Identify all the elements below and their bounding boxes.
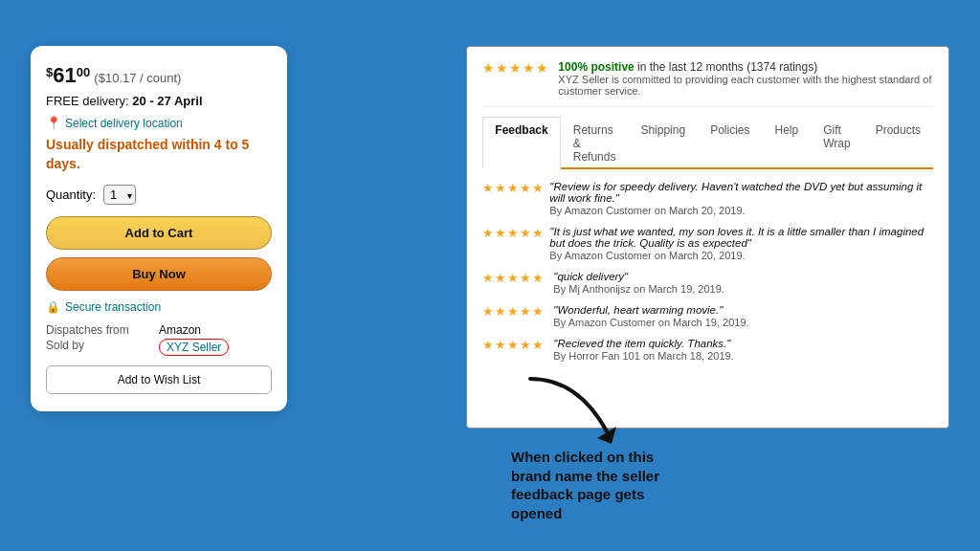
add-to-wishlist-button[interactable]: Add to Wish List [46,365,272,394]
review-text: "quick delivery" [553,271,724,282]
review-content: "It is just what we wanted, my son loves… [549,226,933,261]
review-item: ★★★★★ "quick delivery" By Mj Anthonijsz … [482,271,933,295]
secure-row: 🔒 Secure transaction [46,300,272,314]
review-content: "Recieved the item quickly. Thanks." By … [553,338,733,362]
location-icon: 📍 [46,116,61,130]
review-text: "Recieved the item quickly. Thanks." [553,338,733,349]
review-stars: ★★★★★ [482,304,544,319]
sold-by-label: Sold by [46,339,159,356]
main-container: $6100 ($10.17 / count) FREE delivery: 20… [31,46,949,505]
review-item: ★★★★★ "Recieved the item quickly. Thanks… [482,338,933,362]
review-stars: ★★★★★ [482,338,544,352]
add-to-cart-button[interactable]: Add to Cart [46,216,272,250]
seller-tagline: XYZ Seller is committed to providing eac… [558,74,933,97]
review-text: "It is just what we wanted, my son loves… [549,226,933,249]
review-content: "Review is for speedy delivery. Haven't … [549,181,933,216]
tab-shipping[interactable]: Shipping [628,117,698,169]
review-stars: ★★★★★ [482,181,540,195]
delivery-location-link[interactable]: 📍 Select delivery location [46,116,272,130]
review-item: ★★★★★ "Review is for speedy delivery. Ha… [482,181,933,216]
price-per-count: ($10.17 / count) [94,71,181,85]
quantity-row: Quantity: 1 2 3 [46,185,272,205]
review-text: "Review is for speedy delivery. Haven't … [549,181,933,204]
review-item: ★★★★★ "Wonderful, heart warming movie." … [482,304,933,328]
review-author: By Mj Anthonijsz on March 19, 2019. [553,283,724,295]
positive-label: 100% positive [558,60,634,74]
tab-feedback[interactable]: Feedback [482,117,560,169]
tab-policies[interactable]: Policies [698,117,762,169]
seller-positive-text: 100% positive in the last 12 months (137… [558,60,933,74]
dispatches-from-val: Amazon [159,323,272,337]
quantity-label: Quantity: [46,187,96,202]
quantity-select[interactable]: 1 2 3 [103,185,136,205]
review-author: By Amazon Customer on March 20, 2019. [549,250,933,261]
seller-header-text-block: 100% positive in the last 12 months (137… [558,60,933,97]
review-author: By Horror Fan 101 on March 18, 2019. [553,350,733,362]
positive-suffix: in the last 12 months (1374 ratings) [635,60,817,74]
location-label: Select delivery location [65,117,183,130]
product-card: $6100 ($10.17 / count) FREE delivery: 20… [31,46,287,411]
review-stars: ★★★★★ [482,271,544,285]
tabs-row: Feedback Returns & Refunds Shipping Poli… [482,117,933,169]
lock-icon: 🔒 [46,300,60,314]
sold-by-link[interactable]: XYZ Seller [159,339,229,356]
review-content: "Wonderful, heart warming movie." By Ama… [553,304,748,328]
annotation-arrow-icon [521,369,626,446]
review-content: "quick delivery" By Mj Anthonijsz on Mar… [553,271,724,295]
annotation-arrow-container: When clicked on this brand name the sell… [511,369,673,522]
annotation-label: When clicked on this brand name the sell… [511,448,673,522]
quantity-wrapper[interactable]: 1 2 3 [103,185,136,205]
tab-products[interactable]: Products [863,117,933,169]
tab-giftwrap[interactable]: Gift Wrap [811,117,862,169]
reviews-list: ★★★★★ "Review is for speedy delivery. Ha… [482,181,933,362]
secure-transaction-link[interactable]: Secure transaction [65,300,161,314]
tab-help[interactable]: Help [763,117,812,169]
seller-stars: ★ ★ ★ ★ ★ [482,60,548,76]
seller-header-left: ★ ★ ★ ★ ★ [482,60,548,76]
price-dollars: 61 [53,63,76,87]
dispatches-grid: Dispatches from Amazon Sold by XYZ Selle… [46,323,272,356]
buy-now-button[interactable]: Buy Now [46,257,272,291]
review-item: ★★★★★ "It is just what we wanted, my son… [482,226,933,261]
dispatches-from-label: Dispatches from [46,323,159,337]
review-author: By Amazon Customer on March 19, 2019. [553,317,748,328]
review-stars: ★★★★★ [482,226,540,240]
delivery-dates: 20 - 27 April [132,94,202,108]
tab-returns[interactable]: Returns & Refunds [561,117,629,169]
review-text: "Wonderful, heart warming movie." [553,304,748,316]
review-author: By Amazon Customer on March 20, 2019. [549,205,933,216]
free-delivery: FREE delivery: 20 - 27 April [46,94,272,108]
seller-header: ★ ★ ★ ★ ★ 100% positive in the last 12 m… [482,60,933,107]
price-cents: 00 [77,65,90,79]
dispatch-notice: Usually dispatched within 4 to 5 days. [46,136,272,173]
price-line: $6100 ($10.17 / count) [46,63,272,88]
